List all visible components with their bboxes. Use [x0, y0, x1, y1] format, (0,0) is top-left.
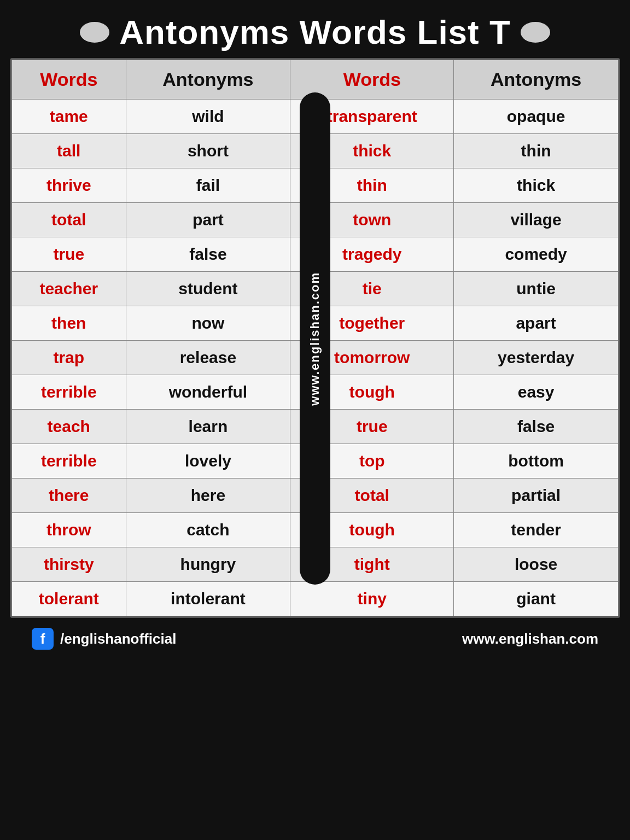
- antonyms-table: Words Antonyms Words Antonyms tamewildtr…: [11, 60, 619, 616]
- title-bar: Antonyms Words List T: [10, 10, 620, 58]
- title-oval-right: [521, 22, 550, 43]
- table-row: terriblelovelytopbottom: [12, 444, 619, 479]
- word-cell-left: terrible: [12, 375, 126, 410]
- facebook-icon: f: [32, 628, 54, 650]
- word-cell-right: transparent: [290, 100, 454, 134]
- word-cell-right: tomorrow: [290, 341, 454, 375]
- antonym-cell-right: loose: [454, 547, 619, 582]
- antonym-cell-left: student: [126, 272, 290, 306]
- word-cell-left: trap: [12, 341, 126, 375]
- antonym-cell-right: false: [454, 410, 619, 444]
- fb-handle: /englishanofficial: [60, 631, 176, 648]
- word-cell-right: tight: [290, 547, 454, 582]
- footer: f /englishanofficial www.englishan.com: [10, 619, 620, 658]
- word-cell-left: thirsty: [12, 547, 126, 582]
- word-cell-right: top: [290, 444, 454, 479]
- antonym-cell-right: comedy: [454, 237, 619, 272]
- table-row: throwcatchtoughtender: [12, 513, 619, 547]
- antonym-cell-left: catch: [126, 513, 290, 547]
- word-cell-right: town: [290, 203, 454, 237]
- antonym-cell-right: opaque: [454, 100, 619, 134]
- word-cell-left: total: [12, 203, 126, 237]
- antonym-cell-left: hungry: [126, 547, 290, 582]
- table-row: tallshortthickthin: [12, 134, 619, 168]
- table-row: trapreleasetomorrowyesterday: [12, 341, 619, 375]
- antonym-cell-left: false: [126, 237, 290, 272]
- header-words-1: Words: [12, 60, 126, 100]
- antonym-cell-left: fail: [126, 168, 290, 203]
- word-cell-left: tall: [12, 134, 126, 168]
- word-cell-left: there: [12, 479, 126, 513]
- antonym-cell-right: apart: [454, 306, 619, 341]
- word-cell-right: true: [290, 410, 454, 444]
- header-antonyms-2: Antonyms: [454, 60, 619, 100]
- antonym-cell-left: learn: [126, 410, 290, 444]
- word-cell-left: teacher: [12, 272, 126, 306]
- antonym-cell-right: thick: [454, 168, 619, 203]
- antonym-cell-right: thin: [454, 134, 619, 168]
- header-words-2: Words: [290, 60, 454, 100]
- word-cell-left: then: [12, 306, 126, 341]
- word-cell-left: teach: [12, 410, 126, 444]
- table-row: thirstyhungrytightloose: [12, 547, 619, 582]
- antonym-cell-right: village: [454, 203, 619, 237]
- table-row: thennowtogetherapart: [12, 306, 619, 341]
- word-cell-right: thin: [290, 168, 454, 203]
- word-cell-left: true: [12, 237, 126, 272]
- word-cell-right: tough: [290, 375, 454, 410]
- antonym-cell-right: yesterday: [454, 341, 619, 375]
- table-container: www.englishan.com Words Antonyms Words A…: [10, 58, 620, 618]
- table-row: tolerantintoleranttinygiant: [12, 582, 619, 616]
- antonym-cell-left: wonderful: [126, 375, 290, 410]
- word-cell-right: thick: [290, 134, 454, 168]
- footer-website: www.englishan.com: [462, 631, 598, 648]
- table-row: teachlearntruefalse: [12, 410, 619, 444]
- word-cell-right: tough: [290, 513, 454, 547]
- word-cell-left: terrible: [12, 444, 126, 479]
- table-body: tamewildtransparentopaquetallshortthickt…: [12, 100, 619, 616]
- antonym-cell-left: lovely: [126, 444, 290, 479]
- word-cell-right: tiny: [290, 582, 454, 616]
- word-cell-right: together: [290, 306, 454, 341]
- table-header-row: Words Antonyms Words Antonyms: [12, 60, 619, 100]
- word-cell-left: thrive: [12, 168, 126, 203]
- page-title: Antonyms Words List T: [119, 15, 511, 49]
- antonym-cell-right: partial: [454, 479, 619, 513]
- table-row: tamewildtransparentopaque: [12, 100, 619, 134]
- footer-left: f /englishanofficial: [32, 628, 176, 650]
- antonym-cell-right: giant: [454, 582, 619, 616]
- word-cell-right: tie: [290, 272, 454, 306]
- antonym-cell-left: here: [126, 479, 290, 513]
- antonym-cell-right: bottom: [454, 444, 619, 479]
- table-row: thereheretotalpartial: [12, 479, 619, 513]
- word-cell-right: tragedy: [290, 237, 454, 272]
- antonym-cell-left: short: [126, 134, 290, 168]
- antonym-cell-left: intolerant: [126, 582, 290, 616]
- table-row: truefalsetragedycomedy: [12, 237, 619, 272]
- antonym-cell-right: easy: [454, 375, 619, 410]
- word-cell-left: throw: [12, 513, 126, 547]
- antonym-cell-left: part: [126, 203, 290, 237]
- antonym-cell-left: release: [126, 341, 290, 375]
- title-oval-left: [80, 22, 109, 43]
- word-cell-left: tame: [12, 100, 126, 134]
- table-row: teacherstudenttieuntie: [12, 272, 619, 306]
- antonym-cell-right: tender: [454, 513, 619, 547]
- antonym-cell-right: untie: [454, 272, 619, 306]
- antonym-cell-left: now: [126, 306, 290, 341]
- antonym-cell-left: wild: [126, 100, 290, 134]
- table-row: thrivefailthinthick: [12, 168, 619, 203]
- table-row: terriblewonderfultougheasy: [12, 375, 619, 410]
- header-antonyms-1: Antonyms: [126, 60, 290, 100]
- word-cell-left: tolerant: [12, 582, 126, 616]
- word-cell-right: total: [290, 479, 454, 513]
- table-row: totalparttownvillage: [12, 203, 619, 237]
